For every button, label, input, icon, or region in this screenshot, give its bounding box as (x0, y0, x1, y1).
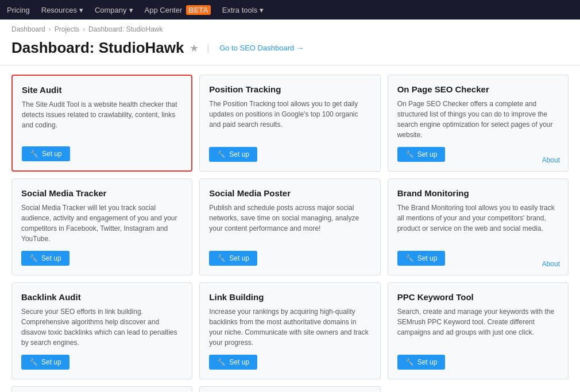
nav-item-extra-tools[interactable]: Extra tools ▾ (222, 6, 264, 14)
card-title-position-tracking: Position Tracking (209, 84, 370, 94)
setup-button-site-audit[interactable]: 🔧 Set up (22, 146, 70, 161)
card-desc-brand-monitoring: The Brand Monitoring tool allows you to … (397, 203, 559, 244)
card-title-social-media-poster: Social Media Poster (209, 188, 370, 198)
wrench-icon: 🔧 (217, 358, 226, 366)
breadcrumb: Dashboard › Projects › Dashboard: Studio… (0, 20, 580, 36)
chevron-down-icon: ▾ (129, 6, 133, 14)
cards-grid: Site Audit The Site Audit Tool is a webs… (0, 65, 580, 392)
wrench-icon: 🔧 (217, 254, 226, 262)
setup-button-social-media-tracker[interactable]: 🔧 Set up (21, 251, 69, 266)
card-footer-backlink-audit: 🔧 Set up (21, 355, 183, 370)
chevron-down-icon: ▾ (79, 6, 83, 14)
card-title-on-page-seo: On Page SEO Checker (397, 84, 559, 94)
top-nav: Pricing Resources ▾ Company ▾ App Center… (0, 0, 580, 20)
about-link-on-page-seo[interactable]: About (542, 156, 560, 164)
card-site-audit: Site Audit The Site Audit Tool is a webs… (11, 75, 192, 172)
card-social-media-poster: Social Media Poster Publish and schedule… (199, 178, 380, 275)
arrow-icon: → (296, 44, 304, 52)
breadcrumb-current: Dashboard: StudioHawk (88, 25, 163, 33)
wrench-icon: 🔧 (217, 150, 226, 158)
card-desc-backlink-audit: Secure your SEO efforts in link building… (21, 306, 183, 348)
card-desc-ppc-keyword: Search, create and manage your keywords … (397, 306, 559, 348)
nav-item-pricing[interactable]: Pricing (7, 6, 30, 14)
divider: | (207, 44, 209, 53)
wrench-icon: 🔧 (405, 358, 414, 366)
setup-button-brand-monitoring[interactable]: 🔧 Set up (397, 251, 446, 266)
card-desc-social-media-poster: Publish and schedule posts across major … (209, 203, 370, 244)
card-social-media-tracker: Social Media Tracker Social Media Tracke… (11, 178, 192, 275)
setup-button-backlink-audit[interactable]: 🔧 Set up (21, 355, 69, 370)
card-brand-monitoring: Brand Monitoring The Brand Monitoring to… (388, 178, 569, 275)
breadcrumb-dashboard[interactable]: Dashboard (11, 25, 45, 33)
card-footer-social-media-poster: 🔧 Set up (209, 251, 370, 266)
card-title-backlink-audit: Backlink Audit (21, 292, 183, 302)
beta-badge: BETA (186, 5, 210, 15)
page-title: Dashboard: StudioHawk (11, 39, 184, 57)
card-desc-site-audit: The Site Audit Tool is a website health … (22, 99, 182, 139)
card-title-ppc-keyword: PPC Keyword Tool (397, 292, 559, 302)
card-link-building: Link Building Increase your rankings by … (199, 282, 380, 379)
card-footer-brand-monitoring: 🔧 Set up (397, 251, 559, 266)
setup-button-social-media-poster[interactable]: 🔧 Set up (209, 251, 257, 266)
nav-item-app-center[interactable]: App Center BETA (145, 5, 211, 15)
page-header: Dashboard: StudioHawk ★ | Go to SEO Dash… (0, 36, 580, 65)
setup-button-position-tracking[interactable]: 🔧 Set up (209, 147, 257, 162)
chevron-down-icon: ▾ (260, 6, 264, 14)
wrench-icon: 🔧 (29, 358, 38, 366)
wrench-icon: 🔧 (29, 254, 38, 262)
card-on-page-seo: On Page SEO Checker On Page SEO Checker … (388, 75, 569, 172)
card-content-analyzer: Content Analyzer Audit your domain conte… (199, 386, 380, 392)
card-organic-traffic: Organic Traffic Insights Connect your GA… (11, 386, 192, 392)
setup-button-on-page-seo[interactable]: 🔧 Set up (397, 147, 446, 162)
card-footer-site-audit: 🔧 Set up (22, 146, 182, 161)
card-backlink-audit: Backlink Audit Secure your SEO efforts i… (11, 282, 192, 379)
card-title-social-media-tracker: Social Media Tracker (21, 188, 183, 198)
card-title-link-building: Link Building (209, 292, 370, 302)
wrench-icon: 🔧 (405, 254, 414, 262)
card-footer-position-tracking: 🔧 Set up (209, 147, 370, 162)
card-footer-social-media-tracker: 🔧 Set up (21, 251, 183, 266)
card-position-tracking: Position Tracking The Position Tracking … (199, 75, 380, 172)
setup-button-link-building[interactable]: 🔧 Set up (209, 355, 257, 370)
breadcrumb-sep-1: › (49, 25, 51, 33)
wrench-icon: 🔧 (30, 150, 38, 158)
card-footer-link-building: 🔧 Set up (209, 355, 370, 370)
card-footer-on-page-seo: 🔧 Set up (397, 147, 559, 162)
star-icon[interactable]: ★ (190, 42, 199, 55)
nav-item-company[interactable]: Company ▾ (95, 6, 133, 14)
card-desc-on-page-seo: On Page SEO Checker offers a complete an… (397, 99, 559, 140)
card-desc-link-building: Increase your rankings by acquiring high… (209, 306, 370, 348)
about-link-brand-monitoring[interactable]: About (542, 260, 560, 268)
card-desc-social-media-tracker: Social Media Tracker will let you track … (21, 203, 183, 244)
card-ppc-keyword: PPC Keyword Tool Search, create and mana… (388, 282, 569, 379)
setup-button-ppc-keyword[interactable]: 🔧 Set up (397, 355, 446, 370)
breadcrumb-projects[interactable]: Projects (55, 25, 79, 33)
breadcrumb-sep-2: › (83, 25, 85, 33)
wrench-icon: 🔧 (405, 150, 414, 158)
card-title-site-audit: Site Audit (22, 85, 182, 95)
card-desc-position-tracking: The Position Tracking tool allows you to… (209, 99, 370, 140)
card-title-brand-monitoring: Brand Monitoring (397, 188, 559, 198)
card-footer-ppc-keyword: 🔧 Set up (397, 355, 559, 370)
seo-dashboard-link[interactable]: Go to SEO Dashboard → (219, 44, 304, 52)
nav-item-resources[interactable]: Resources ▾ (41, 6, 83, 14)
